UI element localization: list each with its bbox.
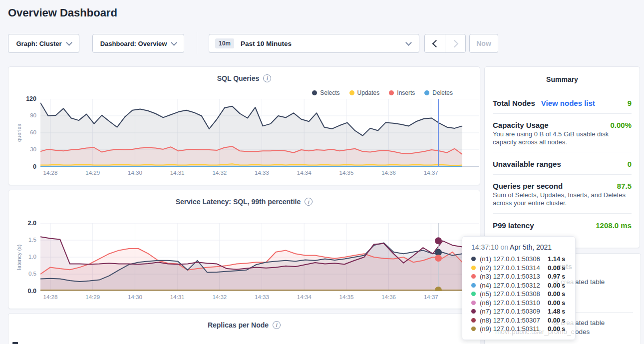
x-tick-label: 14:34: [293, 294, 315, 300]
toolbar-divider: [197, 32, 197, 54]
legend-item-updates: Updates: [349, 89, 380, 96]
node-address: (n7) 127.0.0.1:50309: [480, 308, 540, 315]
legend-dot-inserts: [389, 90, 394, 95]
y-tick-label: 0.5: [11, 271, 36, 277]
summary-value: 1208.0 ms: [596, 221, 632, 230]
chart-title-sql-queries: SQL Queries i: [8, 74, 480, 82]
sql-queries-card: SQL Queries i Selects Updates Inserts De…: [8, 66, 480, 185]
info-icon[interactable]: i: [305, 198, 313, 206]
event-text-ghost-fragment: ot crea: [553, 319, 574, 327]
chart-canvas[interactable]: [40, 223, 479, 291]
chart-title-text: SQL Queries: [217, 74, 260, 82]
x-tick-label: 14:34: [293, 170, 315, 176]
y-tick-label: 2.0: [11, 220, 36, 227]
x-tick-label: 14:37: [420, 294, 442, 300]
summary-card: Summary Total Nodes View nodes list 9 Ca…: [484, 66, 640, 248]
summary-description: You are using 0 B of 4.5 GiB usable disk…: [493, 130, 632, 146]
chevron-left-icon: [432, 39, 440, 47]
y-tick-label: 1.5: [11, 237, 36, 243]
crosshair-dot: [435, 255, 442, 262]
node-latency-value: 0.00s: [548, 299, 565, 307]
time-range-label: Past 10 Minutes: [241, 40, 406, 47]
x-tick-label: 14:36: [378, 170, 400, 176]
time-range-picker[interactable]: 10m Past 10 Minutes: [209, 34, 419, 53]
x-tick-label: 14:29: [82, 294, 104, 300]
overview-dashboard-page: Overview Dashboard Graph: Cluster Dashbo…: [0, 0, 644, 344]
x-tick-label: 14:30: [124, 294, 146, 300]
x-tick-label: 14:31: [166, 170, 188, 176]
divider: [493, 152, 632, 152]
summary-row-total-nodes: Total Nodes View nodes list 9: [493, 99, 632, 107]
replicas-per-node-card: Replicas per Node i: [8, 313, 480, 344]
x-tick-label: 14:33: [251, 170, 273, 176]
prev-range-button[interactable]: [424, 34, 445, 53]
chart-title-service-latency: Service Latency: SQL, 99th percentile i: [8, 198, 480, 206]
tooltip-row: (n6) 127.0.0.1:503100.00s: [471, 299, 565, 308]
node-color-dot: [471, 318, 476, 323]
divider: [493, 213, 632, 214]
event-text-ghost-fragment: ents: [558, 263, 572, 271]
event-text-fragment: odes: [575, 328, 590, 336]
graph-dropdown[interactable]: Graph: Cluster: [8, 34, 79, 53]
tooltip-row: (n5) 127.0.0.1:503080.00s: [471, 290, 565, 299]
info-icon[interactable]: i: [273, 321, 281, 329]
node-address: (n1) 127.0.0.1:50306: [480, 255, 540, 263]
node-color-dot: [471, 301, 476, 305]
x-tick-label: 14:31: [166, 294, 188, 300]
dashboard-dropdown[interactable]: Dashboard: Overview: [92, 34, 184, 53]
event-text-fragment: ated table: [575, 319, 605, 327]
legend-item-inserts: Inserts: [389, 89, 415, 96]
next-range-button[interactable]: [445, 34, 466, 53]
x-tick-label: 14:29: [82, 170, 104, 176]
dashboard-dropdown-label: Dashboard: Overview: [100, 40, 167, 47]
page-title: Overview Dashboard: [8, 6, 117, 19]
now-button[interactable]: Now: [469, 34, 498, 53]
sql-queries-legend: Selects Updates Inserts Deletes: [312, 89, 453, 96]
y-axis-unit-label: queries: [16, 103, 23, 163]
view-nodes-list-link[interactable]: View nodes list: [541, 99, 595, 107]
x-tick-label: 14:35: [335, 294, 357, 300]
y-tick-label: 90: [11, 112, 36, 118]
node-latency-value: 1.14s: [548, 255, 565, 263]
divider: [493, 174, 632, 175]
summary-value: 9: [628, 99, 632, 107]
chart-title-text: Service Latency: SQL, 99th percentile: [176, 198, 301, 206]
tooltip-row: (n7) 127.0.0.1:503091.48s: [471, 307, 565, 316]
event-text-ghost-fragment: movr.public.user_promo_c: [495, 328, 574, 336]
summary-label: Queries per second: [493, 182, 563, 190]
x-tick-label: 14:32: [209, 294, 231, 300]
tooltip-row: (n3) 127.0.0.1:503130.97s: [471, 272, 565, 281]
service-latency-card: Service Latency: SQL, 99th percentile i …: [8, 190, 480, 309]
summary-row-qps: Queries per second 87.5: [493, 182, 632, 190]
node-address: (n6) 127.0.0.1:50310: [480, 299, 540, 307]
x-tick-label: 14:28: [39, 170, 61, 176]
y-tick-label: 60: [11, 129, 36, 135]
node-color-dot: [471, 266, 476, 270]
now-button-label: Now: [476, 39, 491, 47]
y-axis-unit-label: latency (s): [16, 227, 23, 287]
service-latency-plot[interactable]: [40, 223, 479, 293]
node-address: (n8) 127.0.0.1:50307: [480, 317, 540, 324]
legend-item-deletes: Deletes: [424, 89, 453, 96]
chart-title-replicas: Replicas per Node i: [8, 321, 480, 329]
summary-value: 0.00%: [610, 121, 632, 129]
summary-label: Capacity Usage: [493, 121, 549, 129]
sql-queries-plot[interactable]: [40, 99, 479, 169]
chevron-down-icon: [405, 39, 412, 46]
info-icon[interactable]: i: [263, 74, 271, 82]
summary-value: 87.5: [617, 182, 632, 190]
tooltip-row: (n2) 127.0.0.1:503140.00s: [471, 264, 565, 273]
y-tick-label: 1.0: [11, 254, 36, 260]
summary-heading: Summary: [493, 75, 632, 83]
chart-title-text: Replicas per Node: [208, 321, 269, 329]
graph-dropdown-label: Graph: Cluster: [16, 40, 61, 47]
node-color-dot: [471, 292, 476, 296]
summary-row-p99: P99 latency 1208.0 ms: [493, 221, 632, 230]
node-address: (n4) 127.0.0.1:50312: [480, 282, 540, 289]
legend-dot-deletes: [424, 90, 429, 95]
event-text-ghost-fragment: ot crea: [553, 278, 574, 286]
legend-dot-updates: [349, 90, 354, 95]
chart-canvas[interactable]: [40, 99, 479, 167]
legend-dot-selects: [312, 90, 317, 95]
tooltip-row: (n1) 127.0.0.1:503061.14s: [471, 255, 565, 264]
